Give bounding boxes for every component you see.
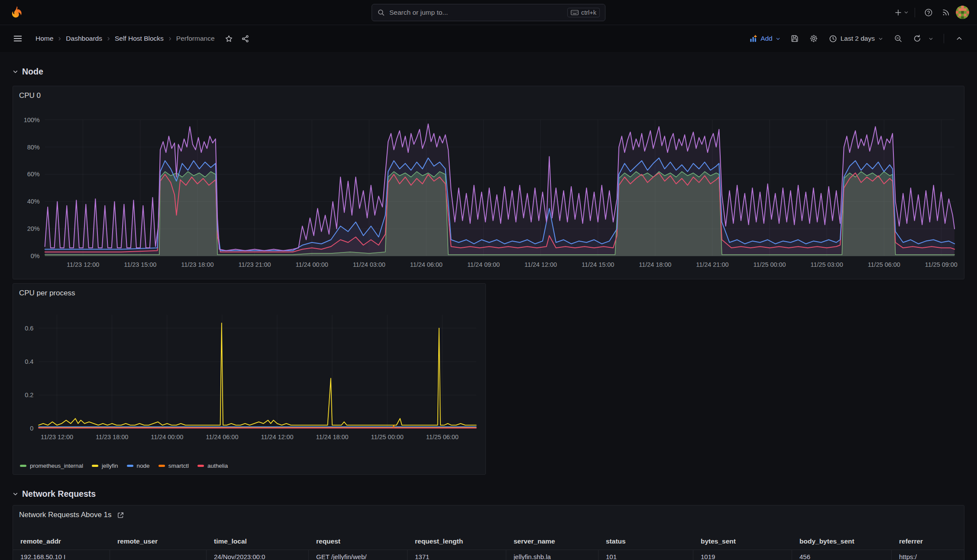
row-network-requests[interactable]: Network Requests <box>13 489 964 499</box>
chevron-down-icon <box>776 36 780 41</box>
save-dashboard-button[interactable] <box>787 31 802 46</box>
news-button[interactable] <box>938 5 953 20</box>
panel-cpu-per-process: CPU per process 11/23 12:0011/23 18:0011… <box>13 283 486 475</box>
column-header[interactable]: body_bytes_sent <box>792 533 892 550</box>
chart-legend: prometheus_internaljellyfinnodesmartctla… <box>20 463 228 469</box>
svg-text:20%: 20% <box>27 225 40 232</box>
panel-title[interactable]: Network Requests Above 1s <box>19 511 124 519</box>
breadcrumb-dashboards[interactable]: Dashboards <box>66 35 102 42</box>
favorite-button[interactable] <box>222 31 236 46</box>
table: remote_addr remote_user time_local reque… <box>13 533 964 560</box>
column-header[interactable]: request_length <box>408 533 506 550</box>
legend-label: jellyfin <box>102 463 118 469</box>
panel-title-text: Network Requests Above 1s <box>19 511 112 519</box>
time-range-picker[interactable]: Last 2 days <box>825 35 886 43</box>
collapse-topbar-button[interactable] <box>952 31 967 46</box>
svg-text:11/24 03:00: 11/24 03:00 <box>353 261 385 268</box>
shortcut-hint: ctrl+k <box>567 8 600 17</box>
legend-item[interactable]: authelia <box>197 463 228 469</box>
legend-item[interactable]: prometheus_internal <box>20 463 83 469</box>
external-link-icon[interactable] <box>117 511 124 519</box>
column-header[interactable]: referrer <box>892 533 964 550</box>
svg-text:11/24 21:00: 11/24 21:00 <box>696 261 728 268</box>
cpu0-timeseries-chart[interactable]: 11/23 12:0011/23 15:0011/23 18:0011/23 2… <box>13 86 964 279</box>
global-search[interactable]: ctrl+k <box>372 4 605 21</box>
search-input[interactable] <box>389 9 563 16</box>
chevron-down-icon <box>13 69 18 74</box>
svg-text:11/24 00:00: 11/24 00:00 <box>151 434 183 440</box>
column-header[interactable]: remote_user <box>110 533 207 550</box>
gear-icon <box>809 34 818 43</box>
share-button[interactable] <box>238 31 253 46</box>
dashboard-settings-button[interactable] <box>806 31 821 46</box>
legend-swatch <box>92 465 98 467</box>
svg-text:60%: 60% <box>27 171 40 178</box>
grafana-logo[interactable] <box>8 4 25 21</box>
grafana-flame-icon <box>9 5 24 20</box>
breadcrumb-folder[interactable]: Self Host Blocks <box>115 35 164 42</box>
svg-text:11/25 06:00: 11/25 06:00 <box>868 261 900 268</box>
legend-swatch <box>159 465 165 467</box>
clock-icon <box>829 35 837 43</box>
svg-text:11/24 09:00: 11/24 09:00 <box>467 261 500 268</box>
svg-text:0.4: 0.4 <box>25 358 33 365</box>
save-icon <box>790 34 799 43</box>
svg-text:11/24 18:00: 11/24 18:00 <box>639 261 671 268</box>
panel-title[interactable]: CPU per process <box>19 289 75 298</box>
chevron-right-icon <box>168 36 172 41</box>
rss-icon <box>941 8 950 17</box>
svg-text:11/23 12:00: 11/23 12:00 <box>41 434 73 440</box>
refresh-interval-dropdown[interactable] <box>925 31 936 46</box>
row-title: Node <box>22 67 43 77</box>
column-header[interactable]: time_local <box>207 533 309 550</box>
column-header[interactable]: remote_addr <box>13 533 110 550</box>
help-button[interactable] <box>921 5 936 20</box>
column-header[interactable]: bytes_sent <box>693 533 792 550</box>
svg-text:11/25 00:00: 11/25 00:00 <box>753 261 786 268</box>
chevron-down-icon <box>928 36 933 41</box>
row-node[interactable]: Node <box>13 67 964 77</box>
chevron-right-icon <box>57 36 62 41</box>
svg-text:11/24 12:00: 11/24 12:00 <box>524 261 557 268</box>
svg-text:0: 0 <box>30 425 33 432</box>
panel-title[interactable]: CPU 0 <box>19 91 41 100</box>
table-cell: 192.168.50.10 I <box>13 550 110 560</box>
chevron-down-icon <box>904 10 909 15</box>
svg-text:0.6: 0.6 <box>25 325 33 332</box>
svg-text:11/23 21:00: 11/23 21:00 <box>238 261 271 268</box>
svg-text:40%: 40% <box>27 198 40 205</box>
svg-text:11/24 06:00: 11/24 06:00 <box>410 261 443 268</box>
legend-item[interactable]: jellyfin <box>92 463 118 469</box>
add-panel-button[interactable]: Add <box>747 35 783 43</box>
legend-item[interactable]: smartctl <box>159 463 189 469</box>
table-row: 192.168.50.10 I 24/Nov/2023:00:0 GET /je… <box>13 550 964 560</box>
zoom-out-time-button[interactable] <box>891 31 906 46</box>
svg-text:11/23 15:00: 11/23 15:00 <box>124 261 156 268</box>
legend-swatch <box>20 465 26 467</box>
svg-text:11/25 09:00: 11/25 09:00 <box>925 261 958 268</box>
svg-text:80%: 80% <box>27 144 40 151</box>
legend-label: node <box>137 463 150 469</box>
column-header[interactable]: server_name <box>506 533 598 550</box>
legend-item[interactable]: node <box>127 463 150 469</box>
legend-label: authelia <box>207 463 228 469</box>
refresh-button[interactable] <box>910 31 925 46</box>
question-circle-icon <box>924 8 933 17</box>
panel-network-requests-table: Network Requests Above 1s remote_addr re… <box>13 505 964 560</box>
dashboard-canvas: Node CPU 0 11/23 12:0011/23 15:0011/23 1… <box>0 67 977 560</box>
new-menu-button[interactable] <box>894 5 909 20</box>
svg-text:11/24 15:00: 11/24 15:00 <box>582 261 614 268</box>
caret-up-icon <box>956 35 963 42</box>
breadcrumb-home[interactable]: Home <box>36 35 53 42</box>
breadcrumb: Home Dashboards Self Host Blocks Perform… <box>36 35 215 42</box>
star-icon <box>225 35 233 43</box>
legend-label: smartctl <box>168 463 189 469</box>
column-header[interactable]: request <box>309 533 408 550</box>
mega-menu-toggle[interactable] <box>10 31 25 46</box>
time-range-label: Last 2 days <box>841 35 875 42</box>
svg-text:11/24 12:00: 11/24 12:00 <box>261 434 293 440</box>
panel-title-text: CPU 0 <box>19 91 41 100</box>
user-avatar[interactable] <box>956 6 969 19</box>
cpu-per-process-chart[interactable]: 11/23 12:0011/23 18:0011/24 00:0011/24 0… <box>13 284 485 474</box>
column-header[interactable]: status <box>598 533 693 550</box>
